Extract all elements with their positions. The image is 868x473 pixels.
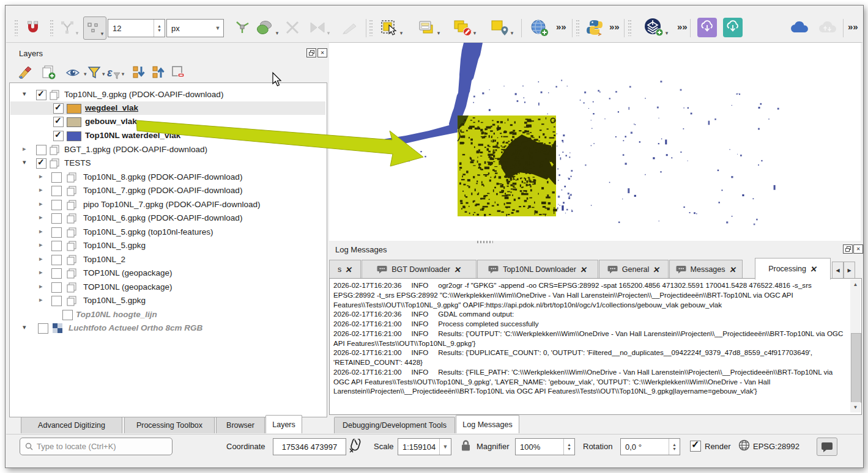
caret-icon[interactable]: [39, 186, 43, 194]
expand-all-button[interactable]: [132, 64, 146, 79]
close-tab-icon[interactable]: [729, 265, 737, 274]
toolbar-overflow-button[interactable]: »: [556, 21, 566, 32]
tab-browser[interactable]: Browser: [216, 417, 265, 433]
tab-debugging-tools[interactable]: Debugging/Development Tools: [334, 417, 455, 433]
scroll-down-button[interactable]: ▼: [850, 402, 861, 413]
tab-advanced-digitizing[interactable]: Advanced Digitizing: [21, 417, 122, 433]
mouse-position-toggle[interactable]: [349, 439, 362, 455]
log-tab-bgt-downloader[interactable]: BGT Downloader: [362, 260, 477, 279]
magnifier-spinbox[interactable]: 100% ▲▼: [515, 438, 575, 455]
layer-checkbox[interactable]: [51, 296, 62, 306]
caret-icon[interactable]: [39, 296, 43, 304]
layer-tree-row[interactable]: Top10NL_2: [10, 253, 325, 266]
snapping-unit-combo[interactable]: px ▼: [166, 19, 224, 37]
log-scrollbar[interactable]: ▲ ▼: [850, 279, 861, 413]
toolbar-grip[interactable]: [15, 20, 18, 36]
messages-button[interactable]: [817, 438, 837, 456]
layer-tree-row[interactable]: pipo Top10NL_7.gpkg (PDOK-OAPIF-download…: [10, 198, 325, 211]
tab-scroll-left-button[interactable]: ◀: [832, 262, 844, 279]
render-checkbox[interactable]: [690, 441, 701, 452]
layer-tree-row[interactable]: TOP10NL (geopackage): [10, 266, 325, 280]
caret-icon[interactable]: [39, 282, 43, 290]
layer-checkbox[interactable]: [51, 268, 62, 279]
log-tab-processing[interactable]: Processing: [755, 258, 831, 280]
caret-icon[interactable]: [39, 268, 43, 276]
log-tab-general[interactable]: General: [599, 260, 669, 279]
caret-icon[interactable]: [39, 255, 43, 263]
toolbar-overflow-button[interactable]: »: [677, 21, 688, 32]
layer-tree-row[interactable]: Top10NL_5.gpkg: [10, 239, 325, 252]
layer-checkbox[interactable]: [51, 172, 62, 183]
tab-processing-toolbox[interactable]: Processing Toolbox: [124, 417, 215, 433]
layer-checkbox[interactable]: [53, 117, 64, 127]
select-features-button[interactable]: [376, 16, 407, 38]
layer-tree-row[interactable]: Top10NL_9.gpkg (PDOK-OAPIF-download): [10, 88, 325, 101]
caret-icon[interactable]: [39, 200, 43, 208]
spin-arrows[interactable]: ▲▼: [154, 20, 165, 37]
avoid-overlap-button[interactable]: [254, 16, 280, 38]
caret-icon[interactable]: [39, 172, 43, 180]
locator-search-input[interactable]: Type to locate (Ctrl+K): [20, 438, 172, 455]
close-tab-icon[interactable]: [653, 265, 661, 274]
float-panel-button[interactable]: [306, 48, 316, 57]
select-by-value-button[interactable]: [414, 16, 444, 38]
layer-checkbox[interactable]: [51, 186, 62, 196]
layer-checkbox[interactable]: [51, 227, 62, 238]
layer-checkbox[interactable]: [53, 103, 64, 114]
rotation-spinbox[interactable]: 0,0 ° ▲▼: [620, 438, 680, 455]
layer-checkbox[interactable]: [36, 158, 46, 169]
layer-tree-row[interactable]: TOP10NL (geopackage): [10, 280, 325, 294]
close-tab-icon[interactable]: [579, 265, 588, 274]
close-tab-icon[interactable]: [345, 265, 354, 274]
scroll-up-button[interactable]: ▲: [850, 279, 861, 290]
cross-tool-button[interactable]: [283, 16, 302, 38]
caret-icon[interactable]: [39, 227, 43, 235]
toolbar-overflow-button[interactable]: »: [848, 21, 858, 32]
caret-icon[interactable]: [23, 90, 26, 98]
scrollbar-thumb[interactable]: [851, 333, 861, 403]
add-group-button[interactable]: [41, 64, 56, 79]
select-by-location-button[interactable]: [486, 16, 517, 38]
collapse-all-button[interactable]: [151, 64, 166, 79]
caret-icon[interactable]: [39, 241, 43, 249]
layer-checkbox[interactable]: [51, 241, 62, 251]
layer-checkbox[interactable]: [51, 282, 62, 293]
snapping-tolerance-spinbox[interactable]: 12 ▲▼: [108, 19, 165, 37]
bgt-downloader-button[interactable]: [697, 18, 717, 37]
layer-tree-row[interactable]: BGT_1.gpkg (PDOK-OAPIF-download): [10, 143, 325, 156]
top10nl-downloader-button[interactable]: [723, 18, 743, 37]
map-themes-button[interactable]: [65, 64, 87, 79]
cloud-sync-button[interactable]: [815, 16, 840, 38]
layer-tree-row[interactable]: Top10NL hoogte_lijn: [10, 308, 325, 321]
filter-expression-button[interactable]: ε: [107, 64, 124, 79]
layer-styling-button[interactable]: [18, 64, 32, 79]
tab-layers[interactable]: Layers: [265, 415, 302, 433]
crs-status-button[interactable]: [738, 439, 750, 453]
snapping-type-button[interactable]: [83, 16, 106, 40]
deselect-features-button[interactable]: [448, 16, 481, 38]
toolbar-overflow-button[interactable]: »: [609, 21, 620, 32]
float-panel-button[interactable]: [843, 244, 853, 254]
layer-tree-row[interactable]: Top10NL_6.gpkg (PDOK-OAPIF-download): [10, 211, 325, 225]
layer-checkbox[interactable]: [53, 131, 64, 141]
lock-scale-button[interactable]: [461, 439, 471, 453]
layer-checkbox[interactable]: [51, 255, 62, 265]
caret-icon[interactable]: [23, 158, 26, 166]
snapping-mode-button[interactable]: [57, 16, 81, 38]
layer-checkbox[interactable]: [51, 213, 62, 224]
layer-tree-row[interactable]: TESTS: [10, 156, 325, 170]
caret-icon[interactable]: [23, 323, 26, 331]
pen-tool-button[interactable]: [339, 16, 361, 38]
toolbar-grip[interactable]: [50, 20, 53, 36]
cloud-button[interactable]: [787, 16, 812, 38]
tab-log-messages[interactable]: Log Messages: [456, 415, 519, 433]
coordinate-input[interactable]: 175346 473997: [273, 438, 346, 455]
close-panel-button[interactable]: ✕: [317, 48, 327, 57]
layer-tree-row[interactable]: gebouw_vlak: [10, 115, 325, 128]
python-console-button[interactable]: [582, 16, 607, 38]
caret-icon[interactable]: [39, 213, 43, 221]
close-tab-icon[interactable]: [453, 265, 462, 274]
log-tab-partial[interactable]: s: [329, 260, 361, 279]
bowtie-tool-button[interactable]: [306, 16, 333, 38]
spin-arrows[interactable]: ▲▼: [669, 439, 680, 455]
